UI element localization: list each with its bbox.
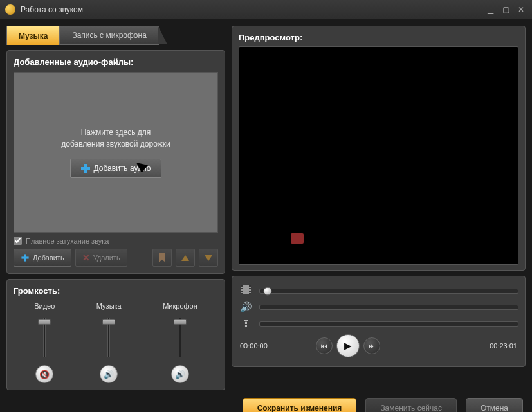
speaker-muted-icon: 🔇 <box>39 370 50 379</box>
plus-icon <box>21 254 28 261</box>
tabs: Музыка Запись с микрофона <box>6 26 225 45</box>
mic-mute-button[interactable]: 🔊 <box>171 365 189 383</box>
preview-title: Предпросмотр: <box>239 33 518 42</box>
play-button[interactable]: ▶ <box>336 334 360 357</box>
mic-track-row: 🎙 <box>239 318 518 329</box>
close-button[interactable]: ✕ <box>515 5 527 14</box>
bookmark-icon <box>159 253 165 262</box>
mic-volume-slider[interactable] <box>170 315 190 360</box>
video-mute-button[interactable]: 🔇 <box>35 365 53 383</box>
audio-track-slider[interactable] <box>259 305 518 310</box>
arrow-down-icon <box>205 255 212 261</box>
volume-mic: Микрофон 🔊 <box>163 302 197 383</box>
app-icon <box>5 4 15 15</box>
audio-drop-area[interactable]: Нажмите здесь для добавления звуковой до… <box>14 72 218 233</box>
add-button[interactable]: Добавить <box>14 249 71 267</box>
mic-track-slider[interactable] <box>259 321 518 327</box>
video-volume-slider[interactable] <box>35 315 54 360</box>
audio-track-row: 🔊 <box>239 301 518 313</box>
move-up-button[interactable] <box>176 249 195 267</box>
add-audio-button[interactable]: Добавить аудио <box>70 159 162 178</box>
speaker-icon: 🔊 <box>175 370 185 379</box>
tab-microphone[interactable]: Запись с микрофона <box>60 26 158 45</box>
save-button[interactable]: Сохранить изменения <box>243 398 357 412</box>
audio-files-panel: Добавленные аудио-файлы: Нажмите здесь д… <box>6 50 225 274</box>
bookmark-button[interactable] <box>152 249 172 267</box>
playback-row: 00:00:00 ⏮ ▶ ⏭ 00:23:01 <box>239 332 518 360</box>
preview-panel: Предпросмотр: <box>232 26 526 271</box>
time-current: 00:00:00 <box>240 342 291 350</box>
delete-button[interactable]: ✕ Удалить <box>75 249 127 267</box>
audio-toolbar: Добавить ✕ Удалить <box>14 249 218 267</box>
volume-title: Громкость: <box>14 286 218 296</box>
footer: Сохранить изменения Заменить сейчас Отме… <box>0 390 532 412</box>
timeline-panel: 🔊 🎙 00:00:00 ⏮ ▶ ⏭ 00:23:01 <box>232 276 526 367</box>
audio-files-title: Добавленные аудио-файлы: <box>14 57 218 67</box>
minimize-button[interactable]: ▁ <box>484 5 496 14</box>
move-down-button[interactable] <box>199 249 218 267</box>
arrow-up-icon <box>181 255 189 261</box>
preview-viewport <box>239 46 518 265</box>
speaker-icon: 🔊 <box>104 370 114 379</box>
plus-icon <box>81 164 90 173</box>
fade-label: Плавное затухание звука <box>26 237 109 245</box>
preview-content <box>291 233 304 244</box>
video-track-slider[interactable] <box>259 289 518 294</box>
fade-checkbox[interactable] <box>14 237 22 245</box>
cancel-button[interactable]: Отмена <box>466 398 523 412</box>
maximize-button[interactable]: ▢ <box>500 5 511 14</box>
fade-checkbox-row[interactable]: Плавное затухание звука <box>14 237 218 245</box>
volume-video: Видео 🔇 <box>34 302 55 383</box>
microphone-icon: 🎙 <box>239 318 253 329</box>
music-mute-button[interactable]: 🔊 <box>100 365 118 383</box>
add-audio-label: Добавить аудио <box>94 164 151 173</box>
prev-button[interactable]: ⏮ <box>316 337 333 354</box>
next-button[interactable]: ⏭ <box>363 337 380 354</box>
volume-panel: Громкость: Видео 🔇 Музыка 🔊 <box>6 279 225 390</box>
music-volume-slider[interactable] <box>99 315 118 360</box>
drop-hint: Нажмите здесь для добавления звуковой до… <box>61 127 170 150</box>
window-title: Работа со звуком <box>21 5 481 14</box>
replace-now-button[interactable]: Заменить сейчас <box>365 398 457 412</box>
volume-music: Музыка 🔊 <box>96 302 122 383</box>
speaker-icon: 🔊 <box>239 301 253 313</box>
title-bar: Работа со звуком ▁ ▢ ✕ <box>0 0 532 19</box>
time-total: 00:23:01 <box>405 342 518 350</box>
video-track-row <box>239 285 518 296</box>
x-icon: ✕ <box>82 253 90 263</box>
film-icon <box>239 285 253 296</box>
tab-music[interactable]: Музыка <box>6 26 60 45</box>
